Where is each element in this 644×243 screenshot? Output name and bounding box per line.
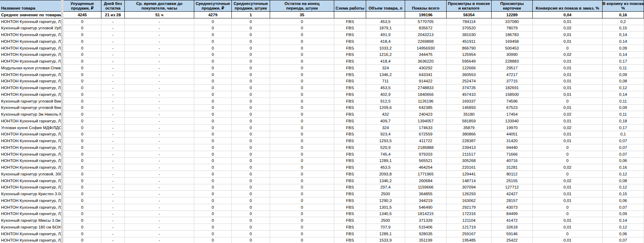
- cell-lost-sales[interactable]: 0: [63, 65, 101, 71]
- cell-volume[interactable]: 707,9: [366, 224, 405, 231]
- cell-delivery-time[interactable]: -: [125, 184, 194, 191]
- cell-conversion[interactable]: 0,01: [533, 58, 603, 65]
- cell-days-no-stock[interactable]: -: [101, 58, 125, 65]
- product-name-cell[interactable]: НОНТОН Кухонный гарнитур, ЛДСП: [0, 91, 61, 98]
- cell-card-views[interactable]: 78079: [492, 25, 533, 32]
- cell-search-views[interactable]: 220161: [447, 164, 492, 171]
- cell-impressions[interactable]: 371339: [405, 217, 447, 224]
- cell-days-no-stock[interactable]: -: [101, 111, 125, 118]
- cell-conversion[interactable]: 0,02: [533, 164, 603, 171]
- cell-days-no-stock[interactable]: -: [101, 184, 125, 191]
- cell-stock-end[interactable]: 0: [270, 138, 334, 144]
- cell-search-views[interactable]: 305268: [447, 158, 492, 164]
- cell-scheme[interactable]: FBS: [334, 58, 366, 65]
- cell-conversion[interactable]: 0,01: [533, 237, 603, 243]
- cell-add-to-cart[interactable]: 0,17: [603, 125, 644, 131]
- cell-delivery-time[interactable]: -: [125, 138, 194, 144]
- cell-delivery-time[interactable]: -: [125, 131, 194, 138]
- cell-add-to-cart[interactable]: 0,07: [603, 237, 644, 243]
- cell-search-views[interactable]: 148714: [447, 178, 492, 184]
- product-name-cell[interactable]: НОНТОН Кухонный гарнитур, ЛДСП: [0, 31, 61, 38]
- cell-delivery-time[interactable]: -: [125, 105, 194, 111]
- cell-add-to-cart[interactable]: 0,14: [603, 52, 644, 58]
- cell-volume[interactable]: 2500: [366, 217, 405, 224]
- cell-avg-sales-units[interactable]: 0: [232, 178, 270, 184]
- cell-avg-sales-rub[interactable]: 0: [194, 25, 232, 32]
- cell-lost-sales[interactable]: 0: [63, 31, 101, 38]
- cell-stock-end[interactable]: 0: [270, 217, 334, 224]
- cell-card-views[interactable]: 127712: [492, 184, 533, 191]
- cell-conversion[interactable]: 0,02: [533, 125, 603, 131]
- cell-delivery-time[interactable]: -: [125, 231, 194, 237]
- cell-search-views[interactable]: 121104: [447, 217, 492, 224]
- cell-conversion[interactable]: 0: [533, 144, 603, 151]
- cell-delivery-time[interactable]: -: [125, 171, 194, 178]
- cell-add-to-cart[interactable]: 0,09: [603, 45, 644, 52]
- cell-search-views[interactable]: 125954: [447, 52, 492, 58]
- cell-add-to-cart[interactable]: 0,17: [603, 58, 644, 65]
- cell-search-views[interactable]: 35879: [447, 125, 492, 131]
- cell-impressions[interactable]: 1840656: [405, 91, 447, 98]
- cell-scheme[interactable]: FBS: [334, 38, 366, 45]
- cell-avg-sales-units[interactable]: 0: [232, 224, 270, 231]
- product-name-cell[interactable]: Кухонный гарнитур Кристен 3.0м М: [0, 191, 61, 197]
- cell-search-views[interactable]: 252474: [447, 78, 492, 85]
- cell-stock-end[interactable]: 0: [270, 191, 334, 197]
- cell-avg-sales-units[interactable]: 0: [232, 105, 270, 111]
- cell-conversion[interactable]: 0,01: [533, 118, 603, 125]
- average-cell-conversion[interactable]: 0,04: [533, 12, 603, 18]
- cell-avg-sales-units[interactable]: 0: [232, 131, 270, 138]
- cell-avg-sales-units[interactable]: 0: [232, 217, 270, 224]
- cell-add-to-cart[interactable]: 0,14: [603, 38, 644, 45]
- cell-delivery-time[interactable]: -: [125, 191, 194, 197]
- cell-volume[interactable]: 418,4: [366, 58, 405, 65]
- cell-avg-sales-rub[interactable]: 0: [194, 217, 232, 224]
- cell-days-no-stock[interactable]: -: [101, 25, 125, 32]
- cell-add-to-cart[interactable]: 0,12: [603, 184, 644, 191]
- product-name-cell[interactable]: НОНТОН Кухонный гарнитур, ЛДСП: [0, 151, 61, 158]
- average-cell-impressions[interactable]: 199196: [405, 12, 447, 18]
- cell-card-views[interactable]: 25155: [492, 178, 533, 184]
- cell-avg-sales-units[interactable]: 0: [232, 125, 270, 131]
- cell-add-to-cart[interactable]: 0,11: [603, 65, 644, 71]
- cell-card-views[interactable]: 80112: [492, 171, 533, 178]
- cell-conversion[interactable]: 0,01: [533, 85, 603, 91]
- cell-scheme[interactable]: FBS: [334, 91, 366, 98]
- cell-delivery-time[interactable]: -: [125, 144, 194, 151]
- average-cell-card-views[interactable]: 12289: [492, 12, 533, 18]
- cell-conversion[interactable]: 0,02: [533, 52, 603, 58]
- cell-stock-end[interactable]: 0: [270, 45, 334, 52]
- cell-volume[interactable]: 912,5: [366, 98, 405, 105]
- cell-scheme[interactable]: FBS: [334, 52, 366, 58]
- cell-search-views[interactable]: 259167: [447, 231, 492, 237]
- cell-add-to-cart[interactable]: 0,15: [603, 25, 644, 32]
- cell-card-views[interactable]: 500453: [492, 45, 533, 52]
- cell-lost-sales[interactable]: 0: [63, 45, 101, 52]
- cell-impressions[interactable]: 835672: [405, 25, 447, 32]
- cell-impressions[interactable]: 344219: [405, 197, 447, 204]
- average-cell-delivery-time[interactable]: 51 ч: [125, 12, 194, 18]
- cell-days-no-stock[interactable]: -: [101, 191, 125, 197]
- column-header-stock-end[interactable]: Остаток на конец периода, штуки: [270, 0, 334, 12]
- cell-days-no-stock[interactable]: -: [101, 78, 125, 85]
- column-header-card-views[interactable]: Просмотры карточки: [492, 0, 533, 12]
- cell-lost-sales[interactable]: 0: [63, 184, 101, 191]
- cell-avg-sales-rub[interactable]: 0: [194, 58, 232, 65]
- cell-scheme[interactable]: FBS: [334, 178, 366, 184]
- cell-lost-sales[interactable]: 0: [63, 52, 101, 58]
- cell-scheme[interactable]: FBS: [334, 237, 366, 243]
- cell-add-to-cart[interactable]: 0,12: [603, 171, 644, 178]
- cell-days-no-stock[interactable]: -: [101, 231, 125, 237]
- cell-scheme[interactable]: FBS: [334, 45, 366, 52]
- cell-avg-sales-units[interactable]: 0: [232, 65, 270, 71]
- cell-impressions[interactable]: 1771965: [405, 171, 447, 178]
- cell-scheme[interactable]: FBS: [334, 191, 366, 197]
- cell-add-to-cart[interactable]: 0,11: [603, 98, 644, 105]
- column-header-avg-sales-units[interactable]: Среднесуточные продажи, штуки: [232, 0, 270, 12]
- cell-days-no-stock[interactable]: -: [101, 105, 125, 111]
- product-name-cell[interactable]: НОНТОН Кухонный гарнитур, ЛДСП: [0, 197, 61, 204]
- cell-conversion[interactable]: 0,01: [533, 217, 603, 224]
- cell-add-to-cart[interactable]: 0,09: [603, 105, 644, 111]
- cell-conversion[interactable]: 0: [533, 211, 603, 218]
- cell-avg-sales-rub[interactable]: 0: [194, 18, 232, 25]
